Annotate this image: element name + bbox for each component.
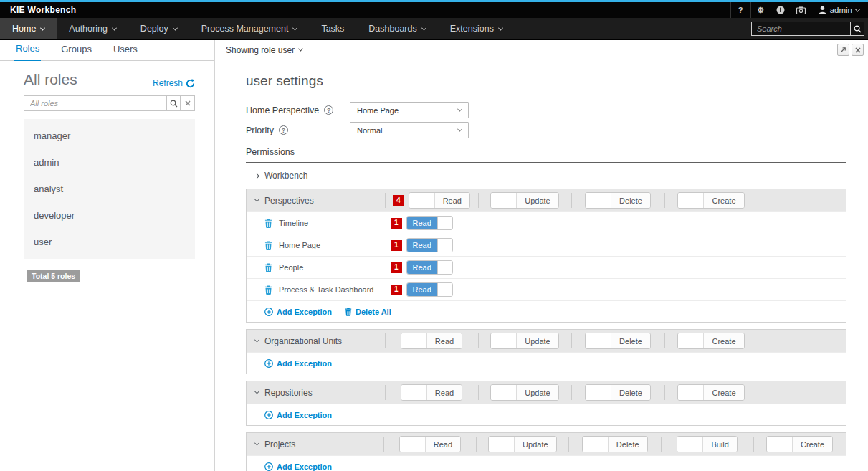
trash-icon[interactable]: [264, 241, 272, 250]
add-exception-link[interactable]: Add Exception: [264, 359, 332, 368]
help-icon[interactable]: ?: [730, 2, 750, 18]
add-exception-link[interactable]: Add Exception: [264, 462, 332, 471]
toggle-create[interactable]: Create: [677, 192, 744, 209]
chevron-down-icon: [855, 6, 860, 11]
panel-title-dropdown[interactable]: Showing role user: [226, 45, 302, 55]
section-repositories-toggle[interactable]: Repositories: [247, 381, 385, 404]
masthead: KIE Workbench ? ⚙ admin: [0, 2, 868, 18]
page-title: user settings: [246, 73, 868, 89]
camera-icon[interactable]: [791, 2, 811, 18]
sidebar-heading: All roles: [24, 71, 77, 88]
toggle-read[interactable]: Read: [409, 192, 470, 209]
toggle-create[interactable]: Create: [677, 384, 744, 401]
chevron-down-icon: [254, 338, 259, 343]
add-exception-link[interactable]: Add Exception: [264, 411, 332, 419]
gear-icon[interactable]: ⚙: [750, 2, 771, 18]
roles-filter-input[interactable]: [24, 95, 166, 111]
permission-count-badge: 1: [391, 218, 402, 229]
panel-header: Showing role user: [215, 40, 868, 60]
search-input[interactable]: [751, 22, 850, 36]
toggle-update[interactable]: Update: [490, 333, 558, 349]
nav-item-process-management[interactable]: Process Management: [189, 18, 310, 39]
role-list-item[interactable]: manager: [24, 123, 195, 149]
nav-item-extensions[interactable]: Extensions: [438, 18, 515, 39]
toggle-read[interactable]: Read: [401, 333, 462, 349]
chevron-down-icon: [40, 25, 45, 30]
chevron-down-icon: [298, 47, 303, 52]
roles-filter: [24, 95, 195, 111]
search-icon: [170, 100, 178, 108]
nav-item-tasks[interactable]: Tasks: [309, 18, 356, 39]
nav-item-deploy[interactable]: Deploy: [128, 18, 189, 39]
tab-users[interactable]: Users: [112, 44, 139, 60]
plus-circle-icon: [264, 308, 273, 316]
toggle-update[interactable]: Update: [490, 192, 558, 209]
search-button[interactable]: [850, 22, 864, 36]
toggle-delete[interactable]: Delete: [585, 333, 651, 349]
delete-all-link[interactable]: Delete All: [345, 308, 391, 316]
nav-item-dashboards[interactable]: Dashboards: [356, 18, 437, 39]
tab-roles[interactable]: Roles: [14, 43, 41, 61]
info-icon[interactable]: [771, 2, 791, 18]
refresh-icon: [186, 79, 195, 88]
toggle-delete[interactable]: Delete: [585, 192, 651, 209]
trash-icon[interactable]: [264, 219, 272, 228]
toggle-build[interactable]: Build: [677, 436, 737, 452]
toggle-update[interactable]: Update: [490, 384, 558, 401]
user-menu[interactable]: admin: [811, 2, 868, 18]
nav-item-authoring[interactable]: Authoring: [57, 18, 128, 39]
tab-groups[interactable]: Groups: [59, 44, 93, 60]
toggle-read[interactable]: Read: [406, 238, 453, 252]
toggle-delete[interactable]: Delete: [582, 436, 648, 452]
toggle-read[interactable]: Read: [401, 384, 462, 401]
section-projects-toggle[interactable]: Projects: [247, 433, 383, 455]
filter-clear-button[interactable]: [181, 95, 195, 111]
close-icon: [855, 47, 861, 53]
trash-icon[interactable]: [264, 285, 272, 295]
role-list-item[interactable]: analyst: [24, 176, 195, 202]
expand-button[interactable]: [837, 44, 849, 56]
toggle-read[interactable]: Read: [406, 216, 453, 230]
toggle-read[interactable]: Read: [406, 260, 453, 275]
refresh-link[interactable]: Refresh: [153, 78, 195, 88]
help-icon[interactable]: ?: [279, 125, 288, 135]
section-repositories: Repositories Read Update Delete Create A…: [246, 381, 846, 426]
role-list-item[interactable]: developer: [24, 202, 195, 229]
nav-item-home[interactable]: Home: [0, 18, 57, 39]
search-icon: [854, 25, 862, 33]
role-list-item[interactable]: user: [24, 229, 195, 255]
expand-icon: [840, 47, 846, 53]
toggle-delete[interactable]: Delete: [585, 384, 651, 401]
chevron-down-icon: [254, 441, 259, 446]
role-list-item[interactable]: admin: [24, 149, 195, 176]
close-icon: [185, 100, 191, 106]
permission-count-badge: 1: [391, 262, 402, 273]
chevron-down-icon: [457, 127, 462, 132]
toggle-create[interactable]: Create: [677, 333, 744, 349]
help-icon[interactable]: ?: [324, 105, 333, 115]
filter-search-button[interactable]: [166, 95, 181, 111]
toggle-create[interactable]: Create: [766, 436, 833, 452]
chevron-down-icon: [498, 25, 503, 30]
toggle-read[interactable]: Read: [406, 282, 453, 297]
section-perspectives: Perspectives 4 Read Update Delete Create: [246, 189, 846, 323]
home-perspective-field: Home Perspective ? Home Page: [246, 102, 846, 118]
section-organizational-units-toggle[interactable]: Organizational Units: [247, 330, 385, 352]
role-list: manager admin analyst developer user: [24, 119, 195, 259]
toggle-update[interactable]: Update: [488, 436, 556, 452]
trash-icon: [345, 308, 352, 316]
section-perspectives-toggle[interactable]: Perspectives: [247, 189, 385, 211]
close-button[interactable]: [852, 44, 864, 56]
exception-row: Home Page 1 Read: [247, 234, 846, 256]
add-exception-link[interactable]: Add Exception: [264, 308, 332, 316]
trash-icon[interactable]: [264, 263, 272, 272]
plus-circle-icon: [264, 411, 273, 419]
toggle-read[interactable]: Read: [399, 436, 461, 452]
chevron-down-icon: [112, 25, 117, 30]
section-organizational-units: Organizational Units Read Update Delete …: [246, 329, 846, 374]
home-perspective-select[interactable]: Home Page: [350, 102, 469, 118]
priority-select[interactable]: Normal: [350, 122, 469, 138]
chevron-down-icon: [173, 25, 178, 30]
exception-row: People 1 Read: [247, 256, 846, 278]
tree-node-workbench[interactable]: Workbench: [246, 163, 846, 189]
